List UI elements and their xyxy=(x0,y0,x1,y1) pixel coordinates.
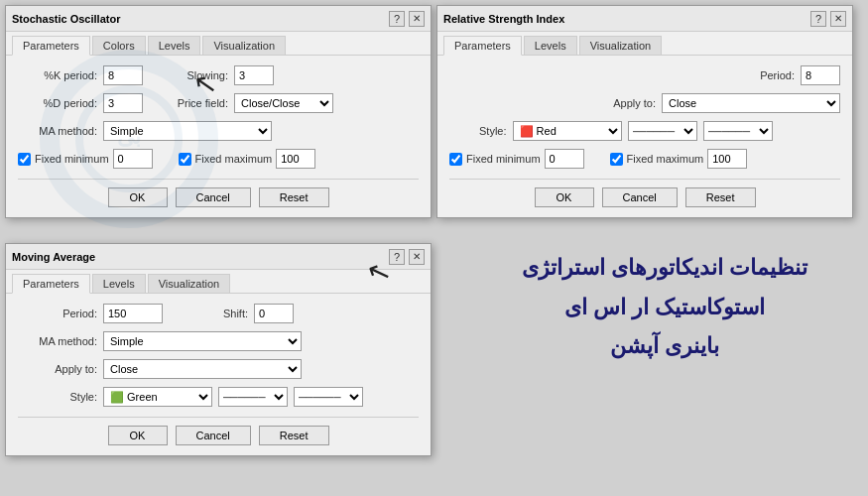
moving-avg-tabs: Parameters Levels Visualization xyxy=(6,270,431,294)
stochastic-tab-colors[interactable]: Colors xyxy=(92,36,146,55)
rsi-reset-button[interactable]: Reset xyxy=(685,187,756,207)
moving-avg-shift-label: Shift: xyxy=(188,308,248,319)
moving-avg-ma-method-row: MA method: Simple Exponential Smoothed L… xyxy=(18,331,419,351)
rsi-line-style-select1[interactable]: ────── - - - - xyxy=(628,121,697,141)
rsi-title: Relative Strength Index xyxy=(443,13,564,25)
stochastic-fixed-max-check: Fixed maximum xyxy=(179,149,316,169)
k-period-input[interactable] xyxy=(103,65,143,85)
price-field-select[interactable]: Close/Close High/Low xyxy=(234,93,333,113)
moving-avg-ma-method-select[interactable]: Simple Exponential Smoothed Linear Weigh… xyxy=(103,331,302,351)
rsi-period-row: Period: xyxy=(449,65,840,85)
persian-text-overlay: تنظیمات اندیکاتورهای استراتژی استوکاستیک… xyxy=(481,248,848,366)
stochastic-tabs: Parameters Colors Levels Visualization xyxy=(6,32,431,56)
rsi-fixed-min-check: Fixed minimum xyxy=(449,149,584,169)
rsi-tabs: Parameters Levels Visualization xyxy=(437,32,852,56)
rsi-fixed-max-checkbox[interactable] xyxy=(610,153,623,166)
moving-avg-period-label: Period: xyxy=(18,308,97,319)
rsi-cancel-button[interactable]: Cancel xyxy=(602,187,678,207)
stochastic-fixed-minmax-row: Fixed minimum Fixed maximum xyxy=(18,149,419,169)
fixed-min-input[interactable] xyxy=(113,149,153,169)
rsi-fixed-max-label: Fixed maximum xyxy=(627,153,704,165)
slowing-label: Slowing: xyxy=(149,69,228,81)
rsi-apply-to-row: Apply to: Close Open High Low xyxy=(449,93,840,113)
moving-avg-window: Moving Average ? ✕ Parameters Levels Vis… xyxy=(5,243,432,456)
moving-avg-tab-parameters[interactable]: Parameters xyxy=(12,274,90,294)
stochastic-ok-button[interactable]: OK xyxy=(108,187,168,207)
fixed-max-input[interactable] xyxy=(276,149,315,169)
stochastic-tab-levels[interactable]: Levels xyxy=(148,36,201,55)
moving-avg-ma-method-label: MA method: xyxy=(18,335,97,347)
stochastic-title-bar: Stochastic Oscillator ? ✕ xyxy=(6,6,431,32)
rsi-style-label: Style: xyxy=(479,125,507,137)
moving-avg-apply-to-select[interactable]: Close Open High Low xyxy=(103,359,302,379)
moving-avg-title-bar: Moving Average ? ✕ xyxy=(6,244,431,270)
stochastic-d-period-row: %D period: Price field: Close/Close High… xyxy=(18,93,419,113)
moving-avg-shift-input[interactable] xyxy=(254,304,294,323)
rsi-tab-parameters[interactable]: Parameters xyxy=(443,36,522,56)
moving-avg-close-button[interactable]: ✕ xyxy=(409,249,425,265)
moving-avg-period-input[interactable] xyxy=(103,304,163,323)
stochastic-cancel-button[interactable]: Cancel xyxy=(176,187,251,207)
moving-avg-line-style1[interactable]: ────── - - - - xyxy=(218,387,288,407)
stochastic-title: Stochastic Oscillator xyxy=(12,13,120,25)
moving-avg-tab-levels[interactable]: Levels xyxy=(92,274,146,293)
stochastic-close-button[interactable]: ✕ xyxy=(409,11,425,27)
d-period-label: %D period: xyxy=(18,97,97,109)
rsi-line-style-select2[interactable]: ────── - - - - xyxy=(703,121,773,141)
fixed-min-checkbox[interactable] xyxy=(18,153,31,166)
moving-avg-ok-button[interactable]: OK xyxy=(108,426,168,445)
rsi-tab-visualization[interactable]: Visualization xyxy=(579,36,663,55)
fixed-min-label: Fixed minimum xyxy=(35,153,109,165)
stochastic-buttons: OK Cancel Reset xyxy=(18,179,419,207)
rsi-close-button[interactable]: ✕ xyxy=(830,11,846,27)
rsi-fixed-minmax-row: Fixed minimum Fixed maximum xyxy=(449,149,840,169)
stochastic-k-period-row: %K period: Slowing: xyxy=(18,65,419,85)
rsi-fixed-max-check: Fixed maximum xyxy=(610,149,748,169)
stochastic-window: Stochastic Oscillator ? ✕ Parameters Col… xyxy=(5,5,432,218)
moving-avg-style-label: Style: xyxy=(18,391,97,403)
rsi-period-input[interactable] xyxy=(801,65,840,85)
rsi-style-row: Style: 🟥 Red 🟩 Green 🟦 Blue ────── - - -… xyxy=(449,121,840,141)
moving-avg-style-row: Style: 🟩 Green 🟥 Red 🟦 Blue ────── - - -… xyxy=(18,387,419,407)
rsi-fixed-min-input[interactable] xyxy=(545,149,584,169)
moving-avg-help-button[interactable]: ? xyxy=(389,249,405,265)
stochastic-help-button[interactable]: ? xyxy=(389,11,405,27)
rsi-apply-to-label: Apply to: xyxy=(613,97,656,109)
rsi-style-color-select[interactable]: 🟥 Red 🟩 Green 🟦 Blue xyxy=(513,121,622,141)
rsi-title-bar: Relative Strength Index ? ✕ xyxy=(437,6,852,32)
price-field-label: Price field: xyxy=(149,97,228,109)
rsi-fixed-min-label: Fixed minimum xyxy=(466,153,541,165)
fixed-max-checkbox[interactable] xyxy=(179,153,191,166)
rsi-apply-to-select[interactable]: Close Open High Low xyxy=(662,93,840,113)
moving-avg-reset-button[interactable]: Reset xyxy=(259,426,329,445)
rsi-help-button[interactable]: ? xyxy=(810,11,826,27)
stochastic-content: %K period: Slowing: %D period: Price fie… xyxy=(6,56,431,217)
fixed-max-label: Fixed maximum xyxy=(195,153,273,165)
stochastic-tab-visualization[interactable]: Visualization xyxy=(202,36,286,55)
moving-avg-apply-to-label: Apply to: xyxy=(18,363,97,375)
persian-line-1: تنظیمات اندیکاتورهای استراتژی xyxy=(481,248,848,288)
rsi-buttons: OK Cancel Reset xyxy=(449,179,840,207)
moving-avg-tab-visualization[interactable]: Visualization xyxy=(148,274,231,293)
ma-method-select[interactable]: Simple Exponential Smoothed Linear Weigh… xyxy=(103,121,272,141)
moving-avg-period-row: Period: Shift: xyxy=(18,304,419,323)
rsi-tab-levels[interactable]: Levels xyxy=(524,36,577,55)
moving-avg-line-style2[interactable]: ────── - - - - xyxy=(294,387,363,407)
stochastic-ma-method-row: MA method: Simple Exponential Smoothed L… xyxy=(18,121,419,141)
moving-avg-cancel-button[interactable]: Cancel xyxy=(176,426,251,445)
stochastic-tab-parameters[interactable]: Parameters xyxy=(12,36,90,56)
moving-avg-content: Period: Shift: MA method: Simple Exponen… xyxy=(6,294,431,455)
moving-avg-apply-to-row: Apply to: Close Open High Low xyxy=(18,359,419,379)
slowing-input[interactable] xyxy=(234,65,274,85)
persian-line-2: استوکاستیک ار اس ای xyxy=(481,288,848,327)
stochastic-reset-button[interactable]: Reset xyxy=(259,187,329,207)
persian-line-3: باینری آپشن xyxy=(481,326,848,366)
moving-avg-title: Moving Average xyxy=(12,251,95,263)
moving-avg-color-select[interactable]: 🟩 Green 🟥 Red 🟦 Blue xyxy=(103,387,212,407)
rsi-fixed-min-checkbox[interactable] xyxy=(449,153,462,166)
rsi-fixed-max-input[interactable] xyxy=(707,149,747,169)
rsi-ok-button[interactable]: OK xyxy=(535,187,594,207)
d-period-input[interactable] xyxy=(103,93,143,113)
k-period-label: %K period: xyxy=(18,69,97,81)
ma-method-label: MA method: xyxy=(18,125,97,137)
